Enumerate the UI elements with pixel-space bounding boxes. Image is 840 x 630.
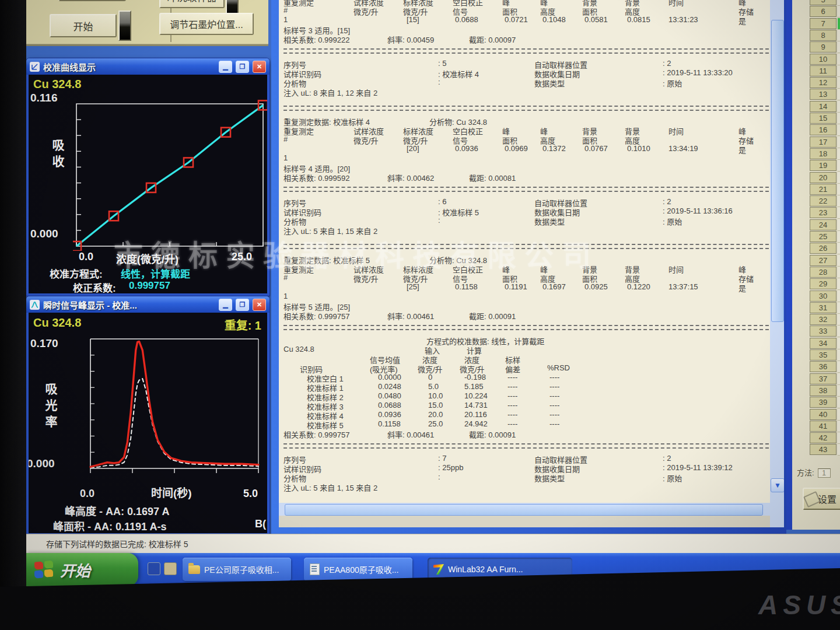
grid-cell[interactable] xyxy=(838,243,840,254)
minimize-button[interactable]: ▁ xyxy=(219,299,232,311)
grid-row-header[interactable]: 18 xyxy=(810,148,836,159)
maximize-button[interactable]: ❒ xyxy=(236,299,249,311)
settings-button[interactable]: 设置 xyxy=(803,488,840,510)
grid-row-header[interactable]: 38 xyxy=(810,385,836,396)
grid-row-header[interactable]: 40 xyxy=(810,409,836,420)
grid-cell[interactable] xyxy=(838,444,840,456)
grid-cell[interactable] xyxy=(838,361,840,373)
hscroll-thumb[interactable] xyxy=(285,504,763,516)
grid-row-header[interactable]: 35 xyxy=(810,349,836,360)
peak-window-titlebar[interactable]: 瞬时信号峰显示 - 校准... ▁ ❒ ✕ xyxy=(26,296,270,313)
grid-row-header[interactable]: 6 xyxy=(810,6,836,17)
grid-cell[interactable] xyxy=(838,385,840,397)
grid-cell[interactable] xyxy=(838,349,840,361)
calibration-window-titlebar[interactable]: 校准曲线显示 ▁ ❒ ✕ xyxy=(26,58,270,75)
grid-row-header[interactable]: 19 xyxy=(810,160,836,171)
grid-cell[interactable] xyxy=(838,41,840,53)
grid-cell[interactable] xyxy=(838,302,840,314)
grid-cell[interactable] xyxy=(838,397,840,408)
grid-cell[interactable] xyxy=(838,373,840,385)
grid-cell[interactable] xyxy=(838,30,840,41)
grid-row-header[interactable]: 10 xyxy=(810,54,836,65)
grid-row-header[interactable]: 24 xyxy=(810,219,836,230)
grid-row-header[interactable]: 20 xyxy=(810,172,836,183)
quick-launch-icon-2[interactable] xyxy=(164,562,177,575)
grid-row-header[interactable]: 41 xyxy=(810,421,836,432)
close-button[interactable]: ✕ xyxy=(253,61,266,73)
grid-row-header[interactable]: 13 xyxy=(810,89,836,100)
grid-cell[interactable] xyxy=(838,0,840,6)
grid-row-header[interactable]: 25 xyxy=(810,231,836,242)
grid-row-header[interactable]: 30 xyxy=(810,290,836,302)
grid-row-header[interactable]: 39 xyxy=(810,397,836,408)
grid-row-header[interactable]: 36 xyxy=(810,361,836,372)
start-button[interactable]: 开始 xyxy=(26,553,138,586)
grid-row-header[interactable]: 5 xyxy=(810,0,836,5)
grid-row-header[interactable]: 16 xyxy=(810,124,836,135)
grid-cell[interactable] xyxy=(838,136,840,148)
grid-cell[interactable] xyxy=(838,278,840,290)
grid-row-header[interactable]: 33 xyxy=(810,326,836,337)
grid-cell[interactable] xyxy=(838,89,840,100)
grid-cell[interactable] xyxy=(838,421,840,432)
grid-cell[interactable] xyxy=(838,148,840,160)
grid-row-header[interactable]: 23 xyxy=(810,207,836,218)
grid-row-header[interactable]: 12 xyxy=(810,77,836,88)
grid-cell[interactable] xyxy=(838,6,840,18)
quick-launch-icon-1[interactable] xyxy=(148,562,160,575)
cut-button[interactable] xyxy=(58,0,126,1)
taskbar-task-button[interactable]: PEAA800原子吸收... xyxy=(304,558,412,581)
grid-row-header[interactable]: 22 xyxy=(810,195,836,206)
grid-cell[interactable] xyxy=(838,77,840,89)
grid-cell[interactable] xyxy=(838,314,840,326)
grid-cell[interactable] xyxy=(838,113,840,124)
grid-cell[interactable] xyxy=(838,432,840,444)
grid-cell[interactable] xyxy=(838,184,840,195)
grid-cell[interactable] xyxy=(838,54,840,65)
maximize-button[interactable]: ❒ xyxy=(236,61,249,73)
minimize-button[interactable]: ▁ xyxy=(219,61,232,73)
grid-row-header[interactable]: 17 xyxy=(810,136,836,148)
grid-row-header[interactable]: 15 xyxy=(810,113,836,124)
grid-cell[interactable] xyxy=(838,219,840,231)
grid-cell[interactable] xyxy=(838,255,840,267)
grid-row-header[interactable]: 32 xyxy=(810,314,836,325)
grid-cell[interactable] xyxy=(838,207,840,219)
grid-row-header[interactable]: 42 xyxy=(810,432,836,443)
grid-row-header[interactable]: 27 xyxy=(810,255,836,266)
rinse-sampler-button[interactable]: 冲洗取样器 xyxy=(159,0,225,8)
grid-row-header[interactable]: 31 xyxy=(810,302,836,313)
scroll-down-arrow[interactable]: ▼ xyxy=(771,478,784,492)
grid-cell[interactable] xyxy=(838,338,840,349)
grid-cell[interactable] xyxy=(838,124,840,136)
grid-row-header[interactable]: 37 xyxy=(810,373,836,384)
grid-active-cell[interactable] xyxy=(838,18,840,30)
horizontal-scrollbar[interactable] xyxy=(279,503,770,516)
grid-cell[interactable] xyxy=(838,231,840,243)
grid-row-header[interactable]: 28 xyxy=(810,267,836,278)
grid-row-header[interactable]: 8 xyxy=(810,30,836,41)
grid-cell[interactable] xyxy=(838,267,840,278)
taskbar-task-button[interactable]: PE公司原子吸收相... xyxy=(183,558,291,581)
grid-cell[interactable] xyxy=(838,160,840,172)
grid-row-header[interactable]: 26 xyxy=(810,243,836,254)
method-value[interactable]: 1 xyxy=(818,468,831,478)
grid-row-header[interactable]: 29 xyxy=(810,278,836,289)
grid-cell[interactable] xyxy=(838,65,840,77)
grid-cell[interactable] xyxy=(838,172,840,184)
vscroll-thumb[interactable] xyxy=(771,20,784,322)
grid-row-header[interactable]: 7 xyxy=(810,18,836,29)
grid-row-header[interactable]: 43 xyxy=(810,444,836,455)
grid-cell[interactable] xyxy=(838,326,840,337)
grid-cell[interactable] xyxy=(838,195,840,207)
grid-cell[interactable] xyxy=(838,290,840,302)
grid-row-header[interactable]: 14 xyxy=(810,101,836,112)
close-button[interactable]: ✕ xyxy=(253,299,266,311)
grid-row-header[interactable]: 11 xyxy=(810,65,836,76)
grid-row-header[interactable]: 21 xyxy=(810,184,836,195)
vertical-scrollbar[interactable]: ▼ xyxy=(770,0,784,527)
grid-cell[interactable] xyxy=(838,409,840,421)
grid-row-header[interactable]: 34 xyxy=(810,338,836,349)
furnace-start-button[interactable]: 开始 xyxy=(50,14,117,37)
grid-row-header[interactable]: 9 xyxy=(810,41,836,52)
